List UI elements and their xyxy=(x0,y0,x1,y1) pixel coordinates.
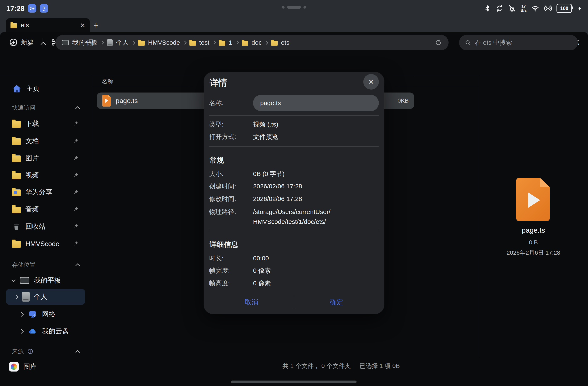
sidebar-item-personal-selected[interactable]: 个人 xyxy=(6,289,85,305)
modified-value: 2026/02/06 17:28 xyxy=(253,195,302,202)
pin-icon[interactable] xyxy=(72,121,79,127)
breadcrumb-item[interactable]: 1 xyxy=(229,39,232,46)
gallery-icon xyxy=(9,362,19,371)
duration-label: 时长: xyxy=(209,254,253,263)
expand-icon[interactable] xyxy=(11,278,16,282)
sidebar-item-hmvscode[interactable]: HMVScode xyxy=(12,235,85,252)
dialog-duration-row: 时长: 00:00 xyxy=(209,254,379,262)
sidebar-item-network[interactable]: 网络 xyxy=(12,306,85,323)
folder-icon xyxy=(189,41,196,46)
horizontal-scrollbar[interactable] xyxy=(231,381,357,383)
pin-icon[interactable] xyxy=(72,189,79,195)
size-value: 0B (0 字节) xyxy=(253,170,285,178)
column-header-name[interactable]: 名称 xyxy=(102,77,113,86)
search-input[interactable]: 在 ets 中搜索 xyxy=(459,35,578,50)
sidebar-section-storage[interactable]: 存储位置 xyxy=(12,258,85,271)
sidebar-item-label: 华为分享 xyxy=(25,188,52,197)
search-placeholder: 在 ets 中搜索 xyxy=(475,39,512,47)
pin-icon[interactable] xyxy=(72,223,79,230)
statusbar-left: 17:28 xyxy=(6,0,48,17)
handle-dot xyxy=(303,6,306,9)
usb-icon xyxy=(40,4,48,13)
sidebar-item-home[interactable]: 主页 xyxy=(12,80,85,97)
file-name: page.ts xyxy=(116,97,138,105)
drive-icon xyxy=(107,39,113,46)
tablet-icon xyxy=(20,277,29,284)
sidebar-item-huawei-share[interactable]: 华为分享 xyxy=(12,184,85,201)
sidebar-item-gallery[interactable]: 图库 xyxy=(9,358,83,375)
statusbar-right: 17 B/s 100 xyxy=(484,0,583,17)
sidebar-item-videos[interactable]: 视频 xyxy=(12,167,85,184)
chevron-up-icon xyxy=(41,42,46,47)
tab-ets[interactable]: ets ✕ xyxy=(6,18,90,32)
breadcrumb: 我的平板 个人 HMVScode test 1 doc ets xyxy=(55,35,449,50)
collapse-icon[interactable] xyxy=(75,263,80,268)
breadcrumb-item[interactable]: 个人 xyxy=(116,39,129,47)
breadcrumb-separator-icon xyxy=(100,41,104,44)
sidebar-item-audio[interactable]: 音频 xyxy=(12,201,85,218)
tablet-screen: 17:28 xyxy=(0,0,588,386)
sidebar-item-pictures[interactable]: 图片 xyxy=(12,150,85,167)
pin-icon[interactable] xyxy=(72,206,79,212)
dialog-frame-height-row: 帧高度: 0 像素 xyxy=(209,279,379,287)
breadcrumb-item[interactable]: ets xyxy=(281,39,289,46)
breadcrumb-item[interactable]: doc xyxy=(252,39,262,46)
path-value: /storage/Users/currentUser/ HMVScode/tes… xyxy=(253,207,330,227)
bluetooth-icon xyxy=(484,4,491,13)
sidebar-section-source[interactable]: 来源 xyxy=(12,345,85,358)
sidebar-item-my-tablet[interactable]: 我的平板 xyxy=(12,272,85,289)
sidebar-item-downloads[interactable]: 下载 xyxy=(12,115,85,132)
breadcrumb-separator-icon xyxy=(212,41,216,44)
video-file-icon xyxy=(102,95,111,107)
breadcrumb-item[interactable]: HMVScode xyxy=(148,39,180,46)
dialog-close-button[interactable]: ✕ xyxy=(363,74,379,90)
pin-icon[interactable] xyxy=(72,138,79,144)
sidebar-item-documents[interactable]: 文档 xyxy=(12,132,85,150)
cancel-button[interactable]: 取消 xyxy=(209,298,294,307)
file-manager-window: 我的平板 个人 HMVScode test 1 doc ets xyxy=(0,32,588,386)
refresh-icon[interactable] xyxy=(434,39,442,47)
folder-icon xyxy=(219,41,225,46)
preview-file-name: page.ts xyxy=(479,226,588,234)
back-button[interactable] xyxy=(9,39,18,48)
expand-icon[interactable] xyxy=(19,329,24,333)
drive-icon xyxy=(22,292,30,302)
tab-close-icon[interactable]: ✕ xyxy=(80,22,85,29)
cloud-icon xyxy=(28,327,37,335)
breadcrumb-separator-icon xyxy=(131,41,135,44)
breadcrumb-item[interactable]: test xyxy=(199,39,209,46)
folder-icon xyxy=(242,41,248,46)
frame-width-value: 0 像素 xyxy=(253,267,271,275)
video-file-large-icon xyxy=(516,178,550,221)
handle-pill xyxy=(287,6,301,9)
sidebar-item-label: 个人 xyxy=(34,292,47,301)
pin-icon[interactable] xyxy=(72,241,79,247)
sidebar-item-label: 图片 xyxy=(25,154,39,163)
footer-selection: 已选择 1 项 0B xyxy=(359,362,400,370)
expand-icon[interactable] xyxy=(14,294,19,299)
info-icon[interactable] xyxy=(27,348,33,354)
up-button[interactable] xyxy=(39,39,47,48)
file-name-input[interactable] xyxy=(253,95,379,111)
new-tab-button[interactable]: + xyxy=(91,19,101,31)
footer-summary: 共 1 个文件， 0 个文件夹 xyxy=(282,362,351,370)
forward-button[interactable] xyxy=(24,39,33,48)
expand-icon[interactable] xyxy=(19,312,24,316)
sidebar-item-my-cloud[interactable]: 我的云盘 xyxy=(12,323,85,340)
created-label: 创建时间: xyxy=(209,182,253,191)
sidebar-item-recycle-bin[interactable]: 回收站 xyxy=(12,218,85,235)
collapse-icon[interactable] xyxy=(75,350,80,354)
window-drag-handle[interactable] xyxy=(282,6,306,9)
dialog-title: 详情 xyxy=(210,77,227,89)
pin-icon[interactable] xyxy=(72,155,79,161)
confirm-button[interactable]: 确定 xyxy=(294,298,379,307)
hotspot-app-icon xyxy=(28,4,36,13)
dialog-open-with-row: 打开方式: 文件预览 xyxy=(209,133,379,141)
collapse-icon[interactable] xyxy=(75,106,80,111)
folder-share-icon xyxy=(12,190,21,196)
path-label: 物理路径: xyxy=(209,207,253,217)
sidebar-section-quick-access[interactable]: 快速访问 xyxy=(12,101,85,114)
pin-icon[interactable] xyxy=(72,172,79,178)
sidebar-item-label: 回收站 xyxy=(25,222,45,231)
sidebar-item-label: 音频 xyxy=(25,205,39,214)
